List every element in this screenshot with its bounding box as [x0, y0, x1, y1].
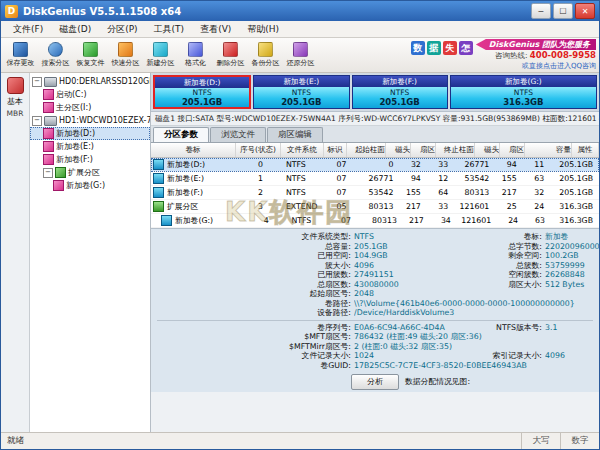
- tree-item-primary-i[interactable]: 主分区(I:): [30, 101, 150, 114]
- analyze-button[interactable]: 分析: [351, 374, 399, 390]
- partition-block-g[interactable]: 新加卷(G:) NTFS316.3GB: [450, 75, 597, 109]
- menu-view[interactable]: 查看(V): [192, 23, 239, 36]
- tree-item-volume-f[interactable]: 新加卷(F:): [30, 153, 150, 166]
- total-bytes-value: 220200960000: [545, 242, 599, 252]
- promo-tiles: 数 据 失 怎: [411, 39, 473, 69]
- menu-file[interactable]: 文件(F): [5, 23, 51, 36]
- divider: [157, 320, 593, 321]
- file-record-size-label: 文件记录大小:: [151, 351, 354, 361]
- close-button[interactable]: ✕: [575, 3, 595, 19]
- partition-block-d[interactable]: 新加卷(D:) NTFS205.1GB: [153, 75, 251, 109]
- total-capacity-value: 205.1GB: [354, 242, 454, 252]
- file-record-size-value: 1024: [354, 351, 454, 361]
- extended-partition-icon: [153, 201, 164, 212]
- partition-icon: [43, 102, 54, 113]
- total-sectors-value: 430080000: [354, 280, 454, 290]
- menu-partition[interactable]: 分区(P): [99, 23, 145, 36]
- free-space-label: 剩余空间:: [454, 251, 545, 261]
- basic-disk-icon[interactable]: [7, 77, 24, 94]
- promo-tile-icon: 怎: [459, 41, 473, 55]
- start-sector-value: 2048: [354, 289, 599, 299]
- menu-disk[interactable]: 磁盘(D): [51, 23, 99, 36]
- partition-block-e[interactable]: 新加卷(E:) NTFS205.1GB: [253, 75, 349, 109]
- free-clusters-label: 空闲簇数:: [454, 270, 545, 280]
- content-filler: [151, 392, 599, 432]
- titlebar: D DiskGenius V5.5.1.1508 x64 ─ ☐ ✕: [1, 1, 599, 21]
- support-banner[interactable]: DiskGenius 团队为您服务: [476, 39, 596, 50]
- used-clusters-value: 27491151: [354, 270, 454, 280]
- volume-serial-label: 卷序列号:: [151, 323, 354, 333]
- app-icon: D: [5, 5, 18, 18]
- free-space-value: 100.2GB: [545, 251, 599, 261]
- menu-help[interactable]: 帮助(H): [239, 23, 287, 36]
- promo-area: 数 据 失 怎 DiskGenius 团队为您服务 咨询热线: 400-008-…: [411, 39, 596, 69]
- toolbar-delete-partition[interactable]: 删除分区: [213, 39, 248, 71]
- used-space-value: 104.9GB: [354, 251, 454, 261]
- main-area: 基本 MBR HD0:DERLARSSD120GB(112GB) 启动(C:) …: [1, 73, 599, 432]
- table-row[interactable]: 新加卷(G:) 4 NTFS 07 80313 217 34 121601 24…: [151, 214, 599, 228]
- table-row[interactable]: 新加卷(D:) 0 NTFS 07 0 32 33 26771 94 11 20…: [151, 158, 599, 172]
- qq-consult-link[interactable]: 或直接点击进入QQ咨询: [522, 61, 596, 71]
- disk-info-line: 磁盘1 接口:SATA 型号:WDCWD10EZEX-75WN4A1 序列号:W…: [151, 112, 599, 126]
- tree-item-extended[interactable]: 扩展分区: [30, 166, 150, 179]
- new-partition-icon: [153, 42, 168, 57]
- volume-path-value: \\?\Volume{461b40e6-0000-0000-0000-10000…: [354, 299, 599, 309]
- collapse-icon[interactable]: [32, 77, 42, 87]
- sector-size-value: 512 Bytes: [545, 280, 599, 290]
- total-clusters-value: 53759999: [545, 261, 599, 271]
- tree-item-disk-hd1[interactable]: HD1:WDCWD10EZEX-75WN4A1(932GB): [30, 114, 150, 127]
- tab-strip: 分区参数 浏览文件 扇区编辑: [151, 126, 599, 143]
- ntfs-version-label: NTFS版本号:: [454, 323, 545, 333]
- start-sector-label: 起始扇区号:: [151, 289, 354, 299]
- tree-item-volume-d[interactable]: 新加卷(D:): [30, 127, 150, 140]
- promo-tile-icon: 失: [443, 41, 457, 55]
- toolbar-recover-files[interactable]: 恢复文件: [73, 39, 108, 71]
- cluster-size-value: 4096: [354, 261, 454, 271]
- toolbar-search-partition[interactable]: 搜索分区: [38, 39, 73, 71]
- backup-partition-icon: [258, 42, 273, 57]
- tree-item-boot-c[interactable]: 启动(C:): [30, 88, 150, 101]
- collapse-icon[interactable]: [43, 168, 53, 178]
- promo-tile-icon: 数: [411, 41, 425, 55]
- volume-icon: [153, 159, 164, 170]
- vol-label-value: 新加卷: [545, 232, 599, 242]
- partition-params-panel: 文件系统类型:NTFS卷标:新加卷 总容量:205.1GB总字节数:220200…: [151, 228, 599, 392]
- tab-browse-files[interactable]: 浏览文件: [210, 127, 266, 142]
- partition-icon: [43, 89, 54, 100]
- minimize-button[interactable]: ─: [531, 3, 551, 19]
- toolbar-quick-partition[interactable]: 快速分区: [108, 39, 143, 71]
- table-row[interactable]: 新加卷(F:) 2 NTFS 07 53542 155 64 80313 217…: [151, 186, 599, 200]
- content-area: 新加卷(D:) NTFS205.1GB 新加卷(E:) NTFS205.1GB …: [151, 73, 599, 432]
- disk-icon: [44, 116, 57, 126]
- volume-icon: [153, 187, 164, 198]
- toolbar-backup-partition[interactable]: 备份分区: [248, 39, 283, 71]
- partition-tree: HD0:DERLARSSD120GB(112GB) 启动(C:) 主分区(I:)…: [30, 73, 151, 432]
- toolbar-save-changes[interactable]: 保存更改: [3, 39, 38, 71]
- tab-sector-edit[interactable]: 扇区编辑: [267, 127, 323, 142]
- tab-partition-params[interactable]: 分区参数: [153, 127, 209, 142]
- toolbar-format[interactable]: 格式化: [178, 39, 213, 71]
- analyze-note: 数据分配情况见图:: [405, 376, 470, 387]
- status-bar: 就绪 大写 数字: [1, 432, 599, 449]
- sector-size-label: 扇区大小:: [454, 280, 545, 290]
- recover-files-icon: [83, 42, 98, 57]
- partition-icon: [53, 180, 64, 191]
- menu-tools[interactable]: 工具(T): [146, 23, 193, 36]
- table-row[interactable]: 扩展分区 3 EXTEND 05 80313 217 33 121601 25 …: [151, 200, 599, 214]
- tree-item-volume-e[interactable]: 新加卷(E:): [30, 140, 150, 153]
- free-clusters-value: 26268848: [545, 270, 599, 280]
- promo-right: DiskGenius 团队为您服务 咨询热线: 400-008-9958 或直接…: [476, 39, 596, 69]
- total-bytes-label: 总字节数:: [454, 242, 545, 252]
- partition-block-f[interactable]: 新加卷(F:) NTFS205.1GB: [352, 75, 448, 109]
- toolbar-restore-partition[interactable]: 还原分区: [283, 39, 318, 71]
- mft-sector-value: 786432 (柱面:49 磁头:20 扇区:36): [354, 332, 599, 342]
- table-row[interactable]: 新加卷(E:) 1 NTFS 07 26771 94 12 53542 155 …: [151, 172, 599, 186]
- collapse-icon[interactable]: [32, 116, 42, 126]
- tree-item-volume-g[interactable]: 新加卷(G:): [30, 179, 150, 192]
- mftmirr-sector-value: 2 (柱面:0 磁头:32 扇区:35): [354, 342, 599, 352]
- toolbar-new-partition[interactable]: 新建分区: [143, 39, 178, 71]
- status-capslock: 大写: [521, 433, 560, 449]
- maximize-button[interactable]: ☐: [553, 3, 573, 19]
- tree-item-disk-hd0[interactable]: HD0:DERLARSSD120GB(112GB): [30, 75, 150, 88]
- volume-serial-value: E0A6-6C94-A66C-4D4A: [354, 323, 454, 333]
